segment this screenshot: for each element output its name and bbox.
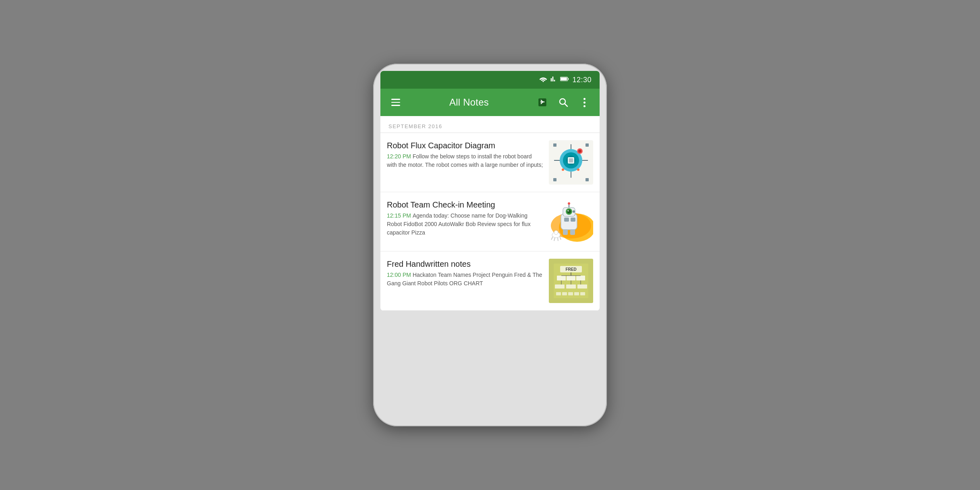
note-preview-3: 12:00 PMHackaton Team Names Project Peng… xyxy=(387,271,543,288)
svg-rect-60 xyxy=(556,292,561,295)
svg-rect-2 xyxy=(568,78,569,80)
svg-line-42 xyxy=(558,238,558,241)
svg-rect-56 xyxy=(577,284,587,289)
app-title: All Notes xyxy=(409,97,529,108)
note-title-2: Robot Team Check-in Meeting xyxy=(387,199,543,210)
svg-rect-48 xyxy=(557,276,566,280)
svg-rect-54 xyxy=(555,284,565,289)
search-button[interactable] xyxy=(556,95,571,110)
note-time-2: 12:15 PM xyxy=(387,212,411,219)
svg-rect-11 xyxy=(569,158,573,162)
svg-point-29 xyxy=(567,210,571,214)
phone-screen: 12:30 All Notes xyxy=(380,71,600,311)
hamburger-icon xyxy=(391,99,400,106)
svg-rect-1 xyxy=(561,77,567,80)
wifi-icon xyxy=(539,76,547,84)
sync-button[interactable] xyxy=(535,95,550,110)
svg-point-30 xyxy=(567,210,569,212)
svg-rect-64 xyxy=(580,292,585,295)
svg-point-31 xyxy=(573,210,575,213)
note-title-1: Robot Flux Capacitor Diagram xyxy=(387,140,543,151)
note-content-3: Fred Handwritten notes 12:00 PMHackaton … xyxy=(387,259,543,288)
phone-shell: 12:30 All Notes xyxy=(373,64,607,426)
note-content-2: Robot Team Check-in Meeting 12:15 PMAgen… xyxy=(387,199,543,237)
note-time-1: 12:20 PM xyxy=(387,153,411,160)
note-content-1: Robot Flux Capacitor Diagram 12:20 PMFol… xyxy=(387,140,543,169)
svg-point-33 xyxy=(568,202,570,205)
note-thumbnail-1 xyxy=(549,140,593,185)
svg-rect-61 xyxy=(562,292,567,295)
list-item[interactable]: Fred Handwritten notes 12:00 PMHackaton … xyxy=(380,251,600,311)
note-title-3: Fred Handwritten notes xyxy=(387,259,543,269)
note-thumbnail-2 xyxy=(549,199,593,244)
svg-rect-62 xyxy=(568,292,573,295)
section-header: SEPTEMBER 2016 xyxy=(380,116,600,133)
list-item[interactable]: Robot Team Check-in Meeting 12:15 PMAgen… xyxy=(380,192,600,251)
svg-rect-16 xyxy=(553,143,556,147)
list-item[interactable]: Robot Flux Capacitor Diagram 12:20 PMFol… xyxy=(380,133,600,192)
svg-line-40 xyxy=(551,237,553,240)
svg-rect-36 xyxy=(563,229,568,235)
note-preview-2: 12:15 PMAgenda today: Choose name for Do… xyxy=(387,212,543,237)
svg-rect-18 xyxy=(553,178,556,181)
svg-rect-50 xyxy=(576,276,585,280)
svg-point-4 xyxy=(560,99,565,104)
svg-rect-63 xyxy=(574,292,579,295)
svg-line-43 xyxy=(560,237,561,240)
sync-icon xyxy=(537,97,548,108)
note-preview-1: 12:20 PMFollow the below steps to instal… xyxy=(387,152,543,169)
svg-rect-19 xyxy=(586,178,589,181)
svg-rect-55 xyxy=(566,284,576,289)
svg-line-41 xyxy=(554,238,555,241)
note-time-3: 12:00 PM xyxy=(387,272,411,278)
status-time: 12:30 xyxy=(572,76,592,84)
signal-icon xyxy=(550,76,557,84)
svg-point-21 xyxy=(578,149,581,153)
svg-rect-17 xyxy=(586,143,589,147)
svg-rect-34 xyxy=(564,218,569,222)
search-icon xyxy=(559,98,568,107)
note-list: SEPTEMBER 2016 Robot Flux Capacitor Diag… xyxy=(380,116,600,311)
svg-point-22 xyxy=(562,168,564,171)
svg-point-23 xyxy=(577,168,579,171)
svg-rect-35 xyxy=(571,218,575,222)
svg-point-39 xyxy=(554,230,558,235)
status-bar: 12:30 xyxy=(380,71,600,89)
svg-rect-49 xyxy=(567,276,575,280)
battery-icon xyxy=(560,76,569,83)
svg-rect-37 xyxy=(570,229,575,235)
menu-button[interactable] xyxy=(388,95,403,110)
status-icons: 12:30 xyxy=(539,76,592,84)
svg-line-5 xyxy=(565,104,567,106)
svg-text:FRED: FRED xyxy=(565,267,576,272)
note-thumbnail-3: FRED xyxy=(549,259,593,303)
more-icon xyxy=(583,98,586,107)
app-bar: All Notes xyxy=(380,89,600,116)
more-button[interactable] xyxy=(577,95,592,110)
